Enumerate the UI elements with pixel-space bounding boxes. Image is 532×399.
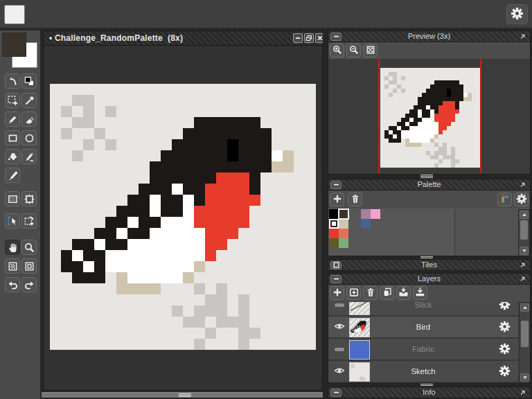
palette-swatch[interactable] bbox=[329, 209, 339, 219]
undo-button[interactable] bbox=[5, 277, 20, 292]
minimize-icon bbox=[294, 33, 301, 44]
transform-tool[interactable] bbox=[21, 213, 37, 229]
frame-toggle-button[interactable] bbox=[21, 258, 37, 274]
pencil-tool[interactable] bbox=[5, 112, 20, 127]
scroll-down-button[interactable] bbox=[520, 247, 529, 255]
palette-swatch[interactable] bbox=[329, 219, 339, 229]
tiles-popout-button[interactable] bbox=[518, 261, 527, 269]
layer-options-button[interactable] bbox=[498, 302, 511, 312]
merge-down-button[interactable] bbox=[396, 286, 411, 300]
layer-row-sketch[interactable]: Sketch bbox=[328, 361, 518, 383]
gear-icon bbox=[516, 193, 527, 206]
drawing-canvas[interactable] bbox=[50, 84, 316, 350]
delete-layer-button[interactable] bbox=[363, 286, 378, 300]
black-white-icon bbox=[24, 76, 35, 87]
palette-swatch[interactable] bbox=[361, 219, 371, 229]
add-color-button[interactable] bbox=[330, 193, 344, 206]
info-panel-title: Info bbox=[328, 387, 530, 398]
zoom-tool[interactable] bbox=[21, 240, 37, 255]
layers-scrollbar[interactable] bbox=[519, 302, 531, 382]
palette-swatch[interactable] bbox=[339, 229, 348, 238]
palette-swatch[interactable] bbox=[361, 209, 371, 219]
swap-colors-button[interactable] bbox=[5, 73, 20, 89]
redo-button[interactable] bbox=[21, 277, 37, 292]
duplicate-layer-button[interactable] bbox=[380, 286, 394, 300]
gear-icon bbox=[499, 321, 511, 335]
preview-viewport[interactable] bbox=[328, 59, 531, 175]
tile-guide-right bbox=[480, 59, 481, 173]
palette-popout-button[interactable] bbox=[518, 181, 527, 189]
pages-icon bbox=[382, 287, 392, 299]
scrollbar-thumb[interactable] bbox=[520, 220, 528, 240]
triangle-down-icon bbox=[522, 373, 529, 383]
layers-popout-button[interactable] bbox=[518, 275, 527, 283]
add-layer-button[interactable] bbox=[330, 286, 344, 300]
add-group-button[interactable] bbox=[346, 286, 361, 300]
palette-swatch[interactable] bbox=[339, 219, 348, 229]
palette-swatch[interactable] bbox=[339, 238, 348, 248]
preview-canvas bbox=[380, 68, 480, 168]
pan-mode-button[interactable] bbox=[4, 5, 25, 24]
window-restore-button[interactable] bbox=[304, 33, 314, 43]
info-popout-button[interactable] bbox=[518, 389, 527, 397]
preview-resize-grip[interactable] bbox=[420, 175, 433, 178]
palette-swatch[interactable] bbox=[329, 238, 339, 248]
settings-button[interactable] bbox=[506, 4, 528, 24]
scroll-up-button[interactable] bbox=[520, 303, 529, 312]
triangle-down-icon bbox=[521, 246, 528, 256]
magic-wand-tool[interactable] bbox=[21, 93, 37, 108]
palette-swatch[interactable] bbox=[339, 209, 348, 219]
tile-mode-button[interactable] bbox=[5, 191, 20, 206]
gear-square-icon bbox=[24, 194, 35, 204]
layers-panel-title: Layers bbox=[328, 274, 530, 284]
palette-swatch[interactable] bbox=[329, 229, 339, 238]
eraser-tool[interactable] bbox=[21, 112, 37, 127]
palette-panel-header[interactable]: Palette bbox=[328, 179, 531, 190]
horizontal-splitter[interactable] bbox=[42, 392, 324, 398]
document-titlebar[interactable]: • Challenge_RandomPalette (8x) bbox=[44, 31, 322, 46]
pencil-icon bbox=[8, 114, 18, 125]
default-colors-button[interactable] bbox=[21, 73, 37, 89]
info-panel-header[interactable]: Info bbox=[328, 387, 531, 398]
eyedropper-tool[interactable] bbox=[5, 168, 20, 183]
rectangle-tool[interactable] bbox=[5, 130, 20, 145]
shade-tool[interactable] bbox=[21, 149, 37, 164]
scrollbar-thumb[interactable] bbox=[521, 321, 529, 347]
foreground-color-well[interactable] bbox=[2, 33, 26, 57]
hand-tool[interactable] bbox=[5, 240, 20, 255]
preview-panel-header[interactable]: Preview (3x) bbox=[328, 30, 531, 42]
preview-popout-button[interactable] bbox=[518, 33, 527, 41]
ellipse-tool[interactable] bbox=[21, 130, 37, 145]
layer-options-button[interactable] bbox=[498, 321, 511, 334]
preview-zoom-in-button[interactable] bbox=[330, 44, 344, 57]
layer-options-button[interactable] bbox=[498, 343, 511, 356]
layer-row-stick[interactable]: Stick bbox=[328, 302, 518, 317]
document-title: • Challenge_RandomPalette (8x) bbox=[44, 33, 183, 43]
tile-stamp-button[interactable] bbox=[21, 191, 37, 206]
palette-swatch[interactable] bbox=[371, 209, 380, 219]
scroll-down-button[interactable] bbox=[520, 373, 529, 382]
layer-options-button[interactable] bbox=[498, 365, 511, 378]
palette-secondary-area[interactable] bbox=[455, 209, 519, 255]
merge-icon bbox=[398, 287, 409, 299]
tiles-panel-header[interactable]: Tiles bbox=[328, 259, 531, 271]
color-mixer-button[interactable] bbox=[497, 193, 512, 206]
layer-row-fabric[interactable]: Fabric bbox=[328, 339, 518, 361]
palette-scrollbar[interactable] bbox=[518, 209, 530, 255]
scroll-up-button[interactable] bbox=[520, 211, 529, 219]
window-minimize-button[interactable] bbox=[293, 33, 303, 43]
preview-zoom-out-button[interactable] bbox=[346, 44, 361, 57]
fill-bucket-tool[interactable] bbox=[5, 149, 20, 164]
flatten-button[interactable] bbox=[413, 286, 427, 300]
marquee-select-tool[interactable] bbox=[5, 93, 20, 108]
popout-arrow-icon bbox=[519, 388, 526, 398]
delete-color-button[interactable] bbox=[348, 193, 362, 206]
layers-panel-header[interactable]: Layers bbox=[328, 273, 531, 285]
gear-icon bbox=[499, 302, 511, 312]
document-window: • Challenge_RandomPalette (8x) bbox=[43, 30, 323, 391]
selection-cursor-tool[interactable] bbox=[5, 213, 20, 229]
preview-background-button[interactable] bbox=[363, 44, 378, 57]
palette-options-button[interactable] bbox=[514, 193, 529, 206]
layer-row-bird[interactable]: Bird bbox=[328, 317, 518, 339]
grid-toggle-button[interactable] bbox=[5, 258, 20, 274]
